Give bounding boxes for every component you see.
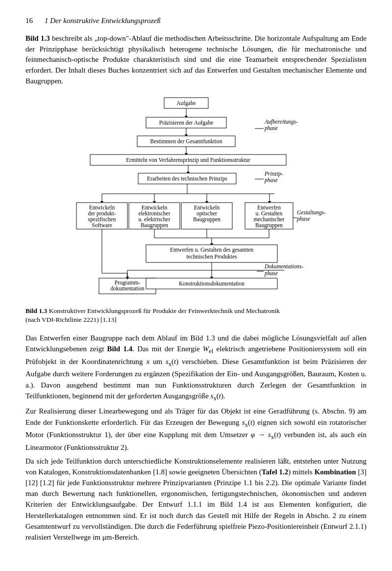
praezisieren-label: Präzisieren der Aufgabe: [159, 120, 213, 126]
bold-ref: Bild 1.3: [25, 34, 50, 42]
programmdoku-label2: dokumentation: [111, 286, 145, 291]
ermitteln-label: Ermitteln von Verfahrensprinzip und Funk…: [126, 157, 250, 163]
paragraph-2: Zur Realisierung dieser Linearbewegung u…: [25, 406, 367, 452]
energy-var: W: [203, 345, 209, 353]
figure-caption: Bild 1.3 Konstruktiver Entwicklungsproze…: [25, 307, 367, 325]
entwickeln-produkt-label: Entwickeln: [89, 205, 115, 210]
paragraph-3: Da sich jede Teilfunktion durch untersch…: [25, 456, 367, 543]
page-number: 16: [25, 16, 33, 26]
bestimmen-label: Bestimmen der Gesamtfunktion: [150, 138, 222, 144]
gestaltungs-label: Gestaltungs-: [297, 209, 326, 216]
entwickeln-elek-label3: u. elektrischer: [138, 216, 170, 222]
entwickeln-opt-label: Entwickeln: [194, 205, 220, 210]
kombination-ref: Kombination: [315, 468, 356, 476]
doku-label: Dokumentations-: [264, 263, 303, 269]
entwerfen-gesamt-label2: technischen Produktes: [186, 254, 237, 260]
entwerfen-gesamt-label: Entwerfen u. Gestalten des gesamten: [170, 247, 253, 253]
entwickeln-opt-label3: Baugruppen: [193, 216, 220, 223]
doku-label2: phase: [264, 270, 278, 277]
konstruktionsdoku-label: Konstruktionsdokumentation: [179, 281, 245, 286]
body-text: Das Entwerfen einer Baugruppe nach dem A…: [25, 333, 367, 543]
caption-bold: Bild 1.3: [25, 307, 47, 314]
prinzip-label2: phase: [264, 177, 278, 183]
entwerfen-mech-label: Entwerfen: [257, 205, 281, 210]
gestaltungs-label2: phase: [296, 216, 310, 222]
paragraph-1: Das Entwerfen einer Baugruppe nach dem A…: [25, 333, 367, 403]
bild14-ref: Bild 1.4: [107, 345, 133, 353]
aufbereitungs-label2: phase: [264, 125, 278, 131]
aufbereitungs-label: Aufbereitungs-: [264, 119, 298, 125]
caption-text: Konstruktiver Entwicklungsprozeß für Pro…: [25, 307, 280, 324]
aufgabe-label: Aufgabe: [176, 100, 196, 106]
entwickeln-produkt-label4: Software: [92, 222, 112, 228]
entwickeln-elek-label2: elektronischer: [138, 210, 170, 216]
entwerfen-mech-label4: Baugruppen: [255, 222, 283, 229]
entwickeln-elek-label4: Baugruppen: [141, 222, 168, 229]
intro-paragraph: Bild 1.3 beschreibt als „top-down"-Ablau…: [25, 33, 367, 87]
flowchart-svg: Aufgabe Präzisieren der Aufgabe Aufberei…: [64, 96, 328, 302]
chapter-title: 1 Der konstruktive Entwicklungsprozeß: [45, 16, 160, 26]
flowchart-diagram: Aufgabe Präzisieren der Aufgabe Aufberei…: [25, 96, 367, 302]
prinzip-label: Prinzip-: [264, 171, 283, 177]
entwerfen-mech-label3: mechanischer: [253, 216, 284, 222]
entwickeln-elek-label: Entwickeln: [142, 205, 168, 210]
entwerfen-mech-label2: u. Gestalten: [256, 210, 283, 216]
page-header: 16 1 Der konstruktive Entwicklungsprozeß: [25, 16, 367, 26]
tafel-ref: Tafel 1.2: [262, 468, 289, 476]
erarbeiten-label: Erarbeiten des technischen Prinzips: [147, 176, 227, 182]
